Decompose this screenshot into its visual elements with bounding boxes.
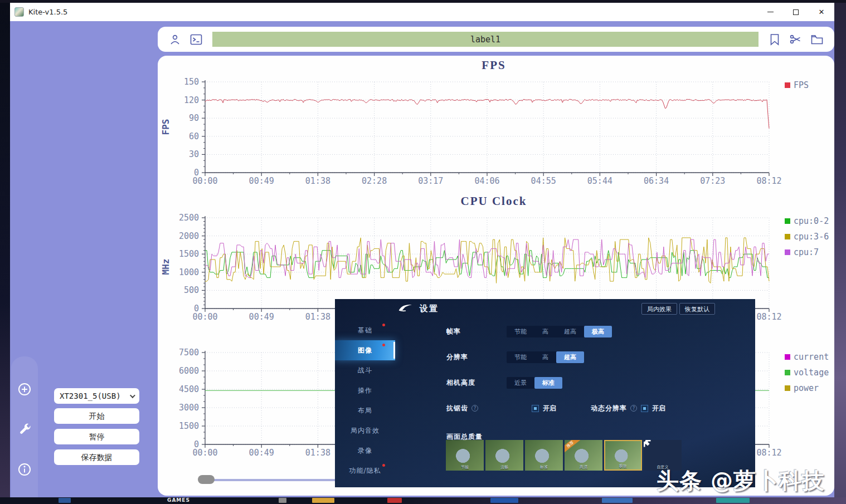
svg-text:FPS: FPS bbox=[482, 58, 505, 72]
taskbar-app-icon-3[interactable] bbox=[312, 498, 334, 503]
overlay-menu-7[interactable]: 录像 bbox=[335, 441, 395, 461]
quality-option-流畅[interactable]: 流畅 bbox=[485, 440, 523, 471]
user-icon[interactable] bbox=[168, 33, 182, 46]
action-button-1[interactable]: 开始 bbox=[54, 408, 139, 424]
device-select[interactable]: XT2301_5(USB) bbox=[54, 388, 139, 404]
svg-text:01:38: 01:38 bbox=[305, 448, 330, 458]
toggle-label: 抗锯齿 bbox=[446, 404, 468, 413]
wrench-icon[interactable] bbox=[17, 422, 32, 436]
taskbar-app-icon-2[interactable] bbox=[279, 498, 286, 503]
add-circle-icon[interactable] bbox=[17, 382, 32, 397]
minimize-button[interactable] bbox=[757, 3, 783, 21]
svg-text:00:49: 00:49 bbox=[249, 448, 274, 458]
overlay-menu-1[interactable]: 基础 bbox=[335, 320, 395, 340]
svg-text:current: current bbox=[794, 352, 829, 362]
action-button-3[interactable]: 保存数据 bbox=[54, 449, 139, 465]
desktop-right-edge bbox=[834, 0, 846, 504]
svg-text:01:38: 01:38 bbox=[305, 312, 330, 322]
svg-text:1500: 1500 bbox=[179, 249, 199, 259]
kite-back-icon[interactable] bbox=[397, 302, 414, 314]
setting-row-2: 分辨率节能高超高 bbox=[446, 351, 584, 363]
notification-dot bbox=[382, 324, 385, 326]
overlay-menu-4[interactable]: 操作 bbox=[335, 380, 395, 400]
app-icon bbox=[14, 7, 24, 17]
option-节能[interactable]: 节能 bbox=[507, 326, 534, 337]
svg-text:FPS: FPS bbox=[161, 119, 171, 135]
svg-text:120: 120 bbox=[184, 95, 199, 105]
label-input[interactable]: label1 bbox=[212, 32, 759, 47]
quality-option-高清[interactable]: 推荐高清 bbox=[565, 440, 602, 471]
overlay-title: 设置 bbox=[420, 304, 439, 314]
notification-dot bbox=[382, 344, 385, 346]
svg-text:08:12: 08:12 bbox=[756, 312, 781, 322]
svg-text:cpu:3-6: cpu:3-6 bbox=[794, 232, 829, 242]
svg-text:30: 30 bbox=[189, 149, 199, 159]
help-icon[interactable]: ? bbox=[630, 405, 637, 412]
close-button[interactable]: ✕ bbox=[809, 3, 834, 21]
quality-option-极致[interactable]: 极致 bbox=[604, 440, 642, 471]
svg-text:04:06: 04:06 bbox=[474, 176, 499, 186]
overlay-menu: 基础图像战斗操作布局局内音效录像功能/隐私 bbox=[335, 320, 395, 481]
device-select-value: XT2301_5(USB) bbox=[60, 392, 121, 400]
option-超高[interactable]: 超高 bbox=[556, 326, 584, 337]
checkbox-1[interactable] bbox=[532, 405, 539, 412]
scissors-icon[interactable] bbox=[789, 33, 803, 46]
toggle-state: 开启 bbox=[652, 404, 665, 413]
svg-text:4500: 4500 bbox=[179, 384, 199, 394]
option-节能[interactable]: 节能 bbox=[507, 351, 534, 363]
taskbar-app-icon-5[interactable] bbox=[490, 498, 518, 503]
svg-text:MHz: MHz bbox=[161, 259, 171, 275]
quality-option-节能[interactable]: 节能 bbox=[446, 440, 484, 471]
taskbar-app-icon-1[interactable] bbox=[59, 498, 71, 503]
svg-text:2000: 2000 bbox=[179, 231, 199, 241]
svg-text:03:17: 03:17 bbox=[418, 176, 443, 186]
overlay-menu-5[interactable]: 布局 bbox=[335, 400, 395, 420]
svg-text:1500: 1500 bbox=[179, 421, 199, 431]
svg-text:7500: 7500 bbox=[179, 348, 199, 358]
option-高[interactable]: 高 bbox=[534, 326, 556, 337]
taskbar-app-icon-7[interactable] bbox=[716, 498, 750, 503]
svg-text:02:28: 02:28 bbox=[362, 176, 387, 186]
maximize-button[interactable] bbox=[783, 3, 809, 21]
terminal-icon[interactable] bbox=[189, 33, 203, 46]
option-标准[interactable]: 标准 bbox=[534, 377, 562, 389]
toggle-label: 动态分辨率 bbox=[591, 404, 627, 413]
time-scrollbar-handle[interactable] bbox=[198, 475, 215, 484]
overlay-menu-2[interactable]: 图像 bbox=[335, 340, 395, 360]
toggle-row: 抗锯齿?开启动态分辨率?开启 bbox=[446, 402, 665, 414]
watermark: 头条 @萝卜科技 bbox=[657, 466, 846, 496]
overlay-menu-6[interactable]: 局内音效 bbox=[335, 420, 395, 441]
taskbar-app-icon-6[interactable] bbox=[602, 498, 633, 503]
svg-text:08:12: 08:12 bbox=[756, 176, 781, 186]
svg-text:60: 60 bbox=[189, 131, 199, 141]
overlay-top-button-2[interactable]: 恢复默认 bbox=[679, 303, 715, 315]
chevron-down-icon bbox=[130, 393, 135, 398]
setting-label: 帧率 bbox=[446, 327, 507, 336]
gear-icon bbox=[644, 440, 652, 448]
setting-label: 相机高度 bbox=[446, 378, 507, 388]
folder-icon[interactable] bbox=[810, 33, 824, 46]
taskbar-games-label[interactable]: GAMES bbox=[167, 497, 190, 503]
option-近景[interactable]: 近景 bbox=[507, 377, 534, 389]
bookmark-icon[interactable] bbox=[768, 33, 781, 46]
option-高[interactable]: 高 bbox=[534, 351, 556, 363]
option-超高[interactable]: 超高 bbox=[556, 351, 584, 363]
info-circle-icon[interactable] bbox=[17, 462, 32, 477]
notification-dot bbox=[382, 464, 385, 467]
overlay-menu-3[interactable]: 战斗 bbox=[335, 360, 395, 380]
setting-row-3: 相机高度近景标准 bbox=[446, 376, 562, 389]
svg-text:06:34: 06:34 bbox=[644, 176, 669, 186]
help-icon[interactable]: ? bbox=[471, 405, 478, 412]
quality-option-标准[interactable]: 标准 bbox=[525, 440, 563, 471]
action-button-2[interactable]: 暂停 bbox=[54, 429, 139, 444]
svg-text:6000: 6000 bbox=[179, 366, 199, 376]
svg-text:00:00: 00:00 bbox=[192, 176, 217, 186]
option-极高[interactable]: 极高 bbox=[584, 326, 612, 337]
taskbar-app-icon-4[interactable] bbox=[387, 498, 402, 503]
checkbox-2[interactable] bbox=[641, 405, 648, 412]
overlay-menu-8[interactable]: 功能/隐私 bbox=[335, 461, 395, 481]
overlay-top-button-1[interactable]: 局内效果 bbox=[641, 303, 677, 315]
quality-option-label: 节能 bbox=[446, 464, 484, 470]
desktop-left-edge bbox=[0, 0, 10, 504]
quality-option-label: 标准 bbox=[525, 464, 563, 470]
